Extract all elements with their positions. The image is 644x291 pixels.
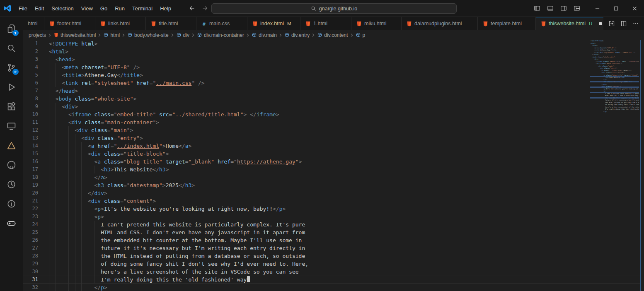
- code-line[interactable]: 16<a class="blog-title" target="_blank" …: [23, 158, 644, 166]
- code-line[interactable]: 8<body class="whole-site">: [23, 95, 644, 103]
- activity-github[interactable]: [2, 155, 22, 175]
- code-line[interactable]: 1<!DOCTYPE html>: [23, 40, 644, 48]
- tab-label: title.html: [159, 21, 178, 26]
- activity-triangle-extension[interactable]: [2, 136, 22, 155]
- line-number: 4: [23, 63, 49, 71]
- breadcrumb-item-div-main-container[interactable]: div.main-container: [196, 32, 245, 38]
- breadcrumb-item-div-content[interactable]: div.content: [317, 32, 348, 38]
- code-line[interactable]: 4<meta charset="UTF-8" />: [23, 63, 644, 71]
- code-line[interactable]: 18</a>: [23, 173, 644, 181]
- more-icon: [632, 20, 639, 27]
- tab-title-html[interactable]: title.html: [146, 17, 196, 30]
- code-line[interactable]: 5<title>Athene.Gay</title>: [23, 71, 644, 79]
- code-line[interactable]: 25HTML and CSS. I don't even have any ja…: [23, 228, 644, 236]
- tab-index-html[interactable]: index.htmlM: [247, 17, 300, 30]
- command-center[interactable]: gnargle.github.io: [211, 3, 457, 14]
- code-line[interactable]: 19<h3 class="datestamp">2025</h3>: [23, 181, 644, 189]
- more-actions-button[interactable]: [631, 19, 641, 29]
- activity-info[interactable]: [2, 194, 22, 214]
- breadcrumb-item-projects[interactable]: projects: [28, 32, 46, 38]
- menu-edit[interactable]: Edit: [31, 4, 48, 13]
- code-line[interactable]: 9<div>: [23, 103, 644, 111]
- line-number: 9: [23, 103, 49, 111]
- minimize-button[interactable]: [588, 0, 607, 17]
- tab-footer-html[interactable]: footer.html: [44, 17, 95, 30]
- menu-go[interactable]: Go: [97, 4, 111, 13]
- code-line[interactable]: 23<p>: [23, 213, 644, 221]
- editor-scrollbar[interactable]: [640, 40, 644, 291]
- breadcrumb-item-div-main[interactable]: div.main: [251, 32, 277, 38]
- toggle-panel-button[interactable]: [545, 3, 556, 13]
- code-line[interactable]: 26the embedded hit counter at the bottom…: [23, 236, 644, 244]
- toggle-secondary-sidebar-button[interactable]: [558, 3, 569, 13]
- activity-timeline[interactable]: [2, 175, 22, 194]
- customize-layout-button[interactable]: [571, 3, 582, 13]
- menu-run[interactable]: Run: [111, 4, 128, 13]
- code-line[interactable]: 28the HTML instead of pulling from a dat…: [23, 252, 644, 260]
- code-line[interactable]: 7</head>: [23, 87, 644, 95]
- tab-1-html[interactable]: 1.html: [300, 17, 351, 30]
- tab-miku-html[interactable]: miku.html: [351, 17, 402, 30]
- code-line[interactable]: 11<div class="main-container">: [23, 118, 644, 126]
- breadcrumb-item-div-entry[interactable]: div.entry: [284, 32, 310, 38]
- activity-remote-explorer[interactable]: [2, 116, 22, 136]
- maximize-button[interactable]: [607, 0, 625, 17]
- history-icon: [7, 180, 16, 189]
- activity-gamepad-extension[interactable]: [2, 214, 22, 233]
- menu-file[interactable]: File: [15, 4, 31, 13]
- code-line[interactable]: 6<link rel="stylesheet" href="../main.cs…: [23, 79, 644, 87]
- menu-terminal[interactable]: Terminal: [128, 4, 156, 13]
- menu-help[interactable]: Help: [156, 4, 175, 13]
- breadcrumb-item-p[interactable]: p: [355, 32, 366, 38]
- activity-explorer[interactable]: 1: [2, 19, 22, 38]
- code-line[interactable]: 27future if it's necessary but I'm writi…: [23, 244, 644, 252]
- activity-run-and-debug[interactable]: [2, 77, 22, 97]
- menu-selection[interactable]: Selection: [48, 4, 77, 13]
- open-changes-button[interactable]: [607, 19, 617, 29]
- code-line[interactable]: 24I can't pretend this website is partic…: [23, 221, 644, 228]
- code-line[interactable]: 12<div class="main">: [23, 126, 644, 134]
- code-line[interactable]: 29of doing some fancy shit I don't see w…: [23, 260, 644, 268]
- code-line[interactable]: 2<html>: [23, 48, 644, 55]
- split-editor-button[interactable]: [619, 19, 629, 29]
- code-line[interactable]: 31I'm really doing this the 'old-fashion…: [23, 276, 644, 284]
- nav-back-button[interactable]: [187, 4, 196, 13]
- code-line[interactable]: 22<p>It's the website you're looking at …: [23, 205, 644, 213]
- tab-dalamudplugins-html[interactable]: dalamudplugins.html: [402, 17, 478, 30]
- close-button[interactable]: [625, 0, 644, 17]
- code-lines[interactable]: 1<!DOCTYPE html>2<html>3<head>4<meta cha…: [23, 40, 644, 291]
- code-line[interactable]: 15<div class="title-block">: [23, 150, 644, 158]
- nav-forward-button[interactable]: [201, 4, 210, 13]
- breadcrumb-item-body-whole-site[interactable]: body.whole-site: [127, 32, 169, 38]
- menu-view[interactable]: View: [77, 4, 97, 13]
- code-line[interactable]: 13<div class="entry">: [23, 134, 644, 142]
- tab-links-html[interactable]: links.html: [95, 17, 146, 30]
- code-line[interactable]: 21<div class="content">: [23, 197, 644, 205]
- activity-source-control[interactable]: 2: [2, 58, 22, 77]
- code-line[interactable]: 10<iframe class="embed-title" src="../sh…: [23, 111, 644, 118]
- code-line[interactable]: 20</div>: [23, 189, 644, 197]
- code-line[interactable]: 14<a href="../index.html">Home</a>: [23, 142, 644, 150]
- breadcrumb-item-div[interactable]: div: [176, 32, 190, 38]
- tab-main-css[interactable]: #main.css: [196, 17, 247, 30]
- tab-thiswebsite-html[interactable]: thiswebsite.htmlU: [536, 17, 606, 30]
- tab-template-html[interactable]: template.html: [478, 17, 536, 30]
- breadcrumb-item-thiswebsite-html[interactable]: thiswebsite.html: [53, 32, 96, 38]
- activity-search[interactable]: [2, 38, 22, 58]
- unsaved-dot-icon[interactable]: [599, 22, 602, 25]
- breadcrumb-label: html: [110, 32, 120, 38]
- code-text: <html>: [49, 48, 68, 55]
- tab-html[interactable]: html: [23, 17, 44, 30]
- code-line[interactable]: 30here's a live screenshot of the site i…: [23, 268, 644, 276]
- code-editor[interactable]: 1<!DOCTYPE html>2<html>3<head>4<meta cha…: [23, 40, 644, 291]
- code-text: </div>: [49, 189, 107, 197]
- toggle-primary-sidebar-button[interactable]: [532, 3, 542, 13]
- minimap[interactable]: <!DOCTYPE html><html> <head> <meta chars…: [590, 40, 639, 291]
- debug-icon: [7, 82, 16, 92]
- activity-extensions[interactable]: [2, 97, 22, 116]
- breadcrumb-item-html[interactable]: html: [103, 32, 120, 38]
- code-line[interactable]: 3<head>: [23, 55, 644, 63]
- code-line[interactable]: 17<h3>This Website</h3>: [23, 166, 644, 173]
- line-number: 23: [23, 213, 49, 221]
- code-line[interactable]: 32</p>: [23, 284, 644, 291]
